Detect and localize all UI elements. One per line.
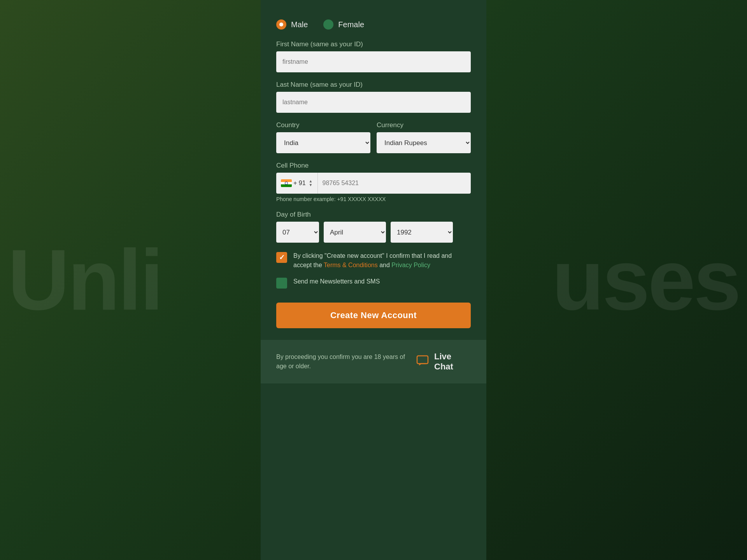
live-chat-icon xyxy=(416,355,429,369)
country-label: Country xyxy=(276,121,370,129)
newsletter-checkbox[interactable] xyxy=(276,278,287,289)
phone-spinners[interactable]: ▲ ▼ xyxy=(309,179,313,187)
female-label: Female xyxy=(338,20,364,29)
terms-text-mid: and xyxy=(378,262,392,268)
privacy-policy-link[interactable]: Privacy Policy xyxy=(391,262,430,268)
dob-day-select[interactable]: 07 xyxy=(276,222,319,243)
live-chat-label: Live Chat xyxy=(434,352,471,372)
flag-stripe-bot xyxy=(281,184,292,187)
phone-country-code: + 91 xyxy=(293,180,306,187)
phone-down-arrow[interactable]: ▼ xyxy=(309,183,313,187)
bg-text-left: Unli xyxy=(8,237,162,323)
phone-flag-section[interactable]: + 91 ▲ ▼ xyxy=(276,173,318,194)
dob-group: Day of Birth 07 April 1992 xyxy=(276,211,471,243)
currency-select[interactable]: Indian Rupees xyxy=(377,132,471,153)
first-name-input[interactable] xyxy=(276,51,471,72)
first-name-label: First Name (same as your ID) xyxy=(276,40,471,48)
currency-label: Currency xyxy=(377,121,471,129)
checkbox-group: ✓ By clicking "Create new account" I con… xyxy=(276,251,471,296)
create-account-button[interactable]: Create New Account xyxy=(276,303,471,328)
terms-checkbox-row: ✓ By clicking "Create new account" I con… xyxy=(276,251,471,270)
dob-month-select[interactable]: April xyxy=(324,222,386,243)
last-name-input[interactable] xyxy=(276,92,471,113)
gender-male-option[interactable]: Male xyxy=(276,19,308,30)
dob-row: 07 April 1992 xyxy=(276,222,471,243)
phone-number-input[interactable] xyxy=(318,173,471,194)
male-radio-inner xyxy=(279,23,283,26)
last-name-group: Last Name (same as your ID) xyxy=(276,81,471,113)
phone-label: Cell Phone xyxy=(276,162,471,170)
newsletter-text: Send me Newsletters and SMS xyxy=(293,277,380,286)
terms-text: By clicking "Create new account" I confi… xyxy=(293,251,471,270)
country-currency-row: Country India Currency Indian Rupees xyxy=(276,121,471,153)
female-radio[interactable] xyxy=(323,19,333,30)
currency-group: Currency Indian Rupees xyxy=(377,121,471,153)
newsletter-checkbox-row: Send me Newsletters and SMS xyxy=(276,277,471,289)
registration-modal: Male Female First Name (same as your ID)… xyxy=(261,0,486,560)
flag-stripe-mid xyxy=(281,182,292,185)
terms-checkbox[interactable]: ✓ xyxy=(276,252,287,263)
country-group: Country India xyxy=(276,121,370,153)
dob-year-select[interactable]: 1992 xyxy=(391,222,453,243)
country-select[interactable]: India xyxy=(276,132,370,153)
svg-rect-0 xyxy=(417,356,428,364)
terms-conditions-link[interactable]: Terms & Conditions xyxy=(324,262,378,268)
phone-group: Cell Phone + 91 ▲ ▼ Phone number example… xyxy=(276,162,471,202)
footer-bar: By proceeding you confirm you are 18 yea… xyxy=(261,340,486,383)
ashoka-chakra xyxy=(285,182,288,185)
male-radio[interactable] xyxy=(276,19,286,30)
last-name-label: Last Name (same as your ID) xyxy=(276,81,471,89)
male-label: Male xyxy=(291,20,308,29)
phone-row: + 91 ▲ ▼ xyxy=(276,173,471,194)
dob-label: Day of Birth xyxy=(276,211,471,219)
terms-checkmark: ✓ xyxy=(279,253,285,262)
footer-disclaimer: By proceeding you confirm you are 18 yea… xyxy=(276,352,416,371)
phone-hint: Phone number example: +91 XXXXX XXXXX xyxy=(276,196,471,202)
gender-female-option[interactable]: Female xyxy=(323,19,364,30)
first-name-group: First Name (same as your ID) xyxy=(276,40,471,72)
live-chat-section[interactable]: Live Chat xyxy=(416,352,471,372)
india-flag-icon xyxy=(281,179,292,187)
gender-selection: Male Female xyxy=(276,19,471,30)
bg-text-right: uses xyxy=(552,237,739,323)
